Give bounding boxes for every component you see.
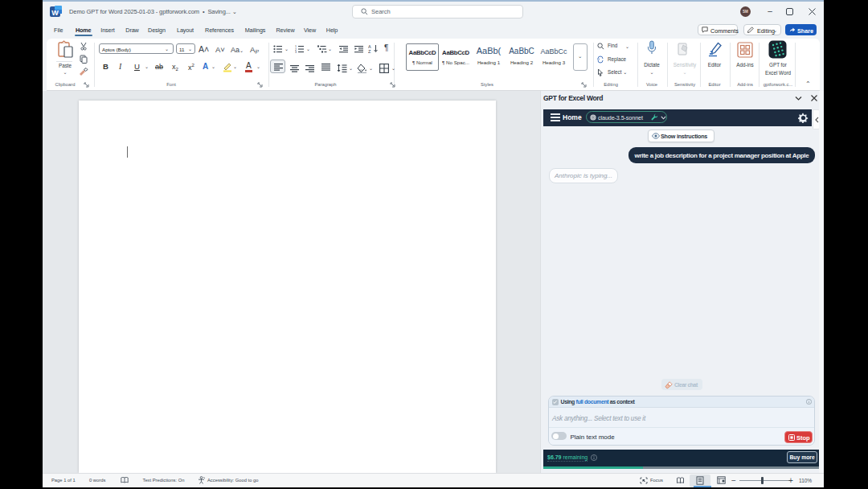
- svg-text:W: W: [51, 9, 59, 17]
- svg-text:Z: Z: [368, 49, 371, 53]
- svg-text:3: 3: [295, 51, 297, 53]
